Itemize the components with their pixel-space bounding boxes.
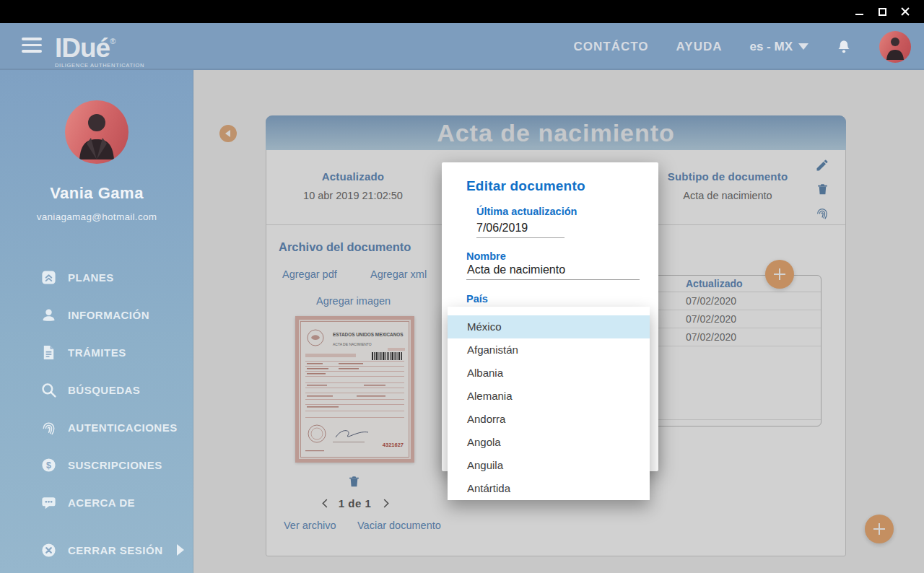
country-label: País: [466, 293, 488, 305]
sidebar-item-planes[interactable]: PLANES: [0, 258, 193, 296]
sidebar-item-label: TRÁMITES: [68, 346, 126, 359]
sidebar: Vania Gama vaniagamag@hotmail.com PLANES…: [0, 70, 193, 573]
country-dropdown: México Afganistán Albania Alemania Andor…: [448, 307, 650, 500]
sidebar-item-suscripciones[interactable]: $ SUSCRIPCIONES: [0, 446, 193, 484]
user-avatar[interactable]: [879, 31, 911, 63]
maximize-button[interactable]: [871, 1, 894, 22]
sidebar-item-autenticaciones[interactable]: AUTENTICACIONES: [0, 408, 193, 446]
language-label: es - MX: [749, 40, 793, 54]
language-selector[interactable]: es - MX: [749, 40, 808, 54]
app-header: IDué® DILIGENCE AUTHENTICATION CONTÁCTO …: [0, 23, 924, 70]
registered-mark: ®: [110, 37, 115, 45]
sidebar-item-busquedas[interactable]: BÚSQUEDAS: [0, 371, 193, 408]
sidebar-item-label: ACERCA DE: [68, 497, 135, 509]
x-circle-icon: [40, 542, 57, 559]
plans-icon: [40, 269, 57, 286]
profile-avatar: [65, 100, 128, 164]
country-option[interactable]: Afganistán: [448, 338, 650, 362]
sidebar-item-label: SUSCRIPCIONES: [68, 459, 162, 471]
profile-email: vaniagamag@hotmail.com: [0, 211, 193, 222]
nav-help[interactable]: AYUDA: [676, 40, 723, 54]
os-titlebar: [0, 0, 924, 23]
country-option[interactable]: Andorra: [448, 408, 650, 431]
input-underline: [476, 237, 565, 238]
country-option[interactable]: Albania: [448, 362, 650, 385]
search-icon: [40, 382, 57, 398]
sidebar-item-label: PLANES: [68, 271, 114, 284]
name-label: Nombre: [466, 250, 506, 262]
sidebar-menu: PLANES INFORMACIÓN TRÁMITES BÚSQUEDAS AU…: [0, 258, 193, 521]
sidebar-item-logout[interactable]: CERRAR SESIÓN: [0, 535, 193, 564]
logo-text: IDué: [55, 33, 110, 63]
chevron-right-icon: [177, 544, 184, 556]
sidebar-item-label: AUTENTICACIONES: [68, 421, 178, 434]
sidebar-item-tramites[interactable]: TRÁMITES: [0, 333, 193, 371]
sidebar-item-label: INFORMACIÓN: [68, 309, 149, 321]
close-button[interactable]: [894, 1, 917, 22]
sidebar-item-informacion[interactable]: INFORMACIÓN: [0, 296, 193, 333]
minimize-button[interactable]: [847, 1, 871, 22]
chevron-down-icon: [798, 43, 808, 50]
app-logo: IDué® DILIGENCE AUTHENTICATION: [55, 27, 144, 69]
input-underline: [466, 279, 640, 280]
country-option[interactable]: Alemania: [448, 385, 650, 408]
close-icon: [900, 6, 910, 17]
nav-contact[interactable]: CONTÁCTO: [574, 40, 649, 54]
profile-name: Vania Gama: [0, 184, 193, 203]
name-input[interactable]: Acta de nacimiento: [467, 263, 565, 276]
document-icon: [40, 344, 57, 361]
modal-title: Editar documento: [466, 178, 585, 194]
logo-tagline: DILIGENCE AUTHENTICATION: [55, 62, 144, 69]
chat-icon: [40, 494, 57, 511]
notifications-bell-icon[interactable]: [836, 38, 852, 56]
minimize-icon: [855, 14, 863, 15]
svg-text:$: $: [46, 460, 51, 470]
last-update-input[interactable]: 7/06/2019: [476, 222, 528, 235]
hamburger-menu-icon[interactable]: [22, 38, 42, 56]
fingerprint-icon: [40, 419, 57, 436]
country-option[interactable]: Angola: [448, 431, 650, 454]
last-update-label: Última actualización: [476, 206, 577, 217]
country-option[interactable]: Anguila: [448, 454, 650, 477]
maximize-icon: [879, 8, 886, 16]
sidebar-item-label: BÚSQUEDAS: [68, 384, 140, 396]
dollar-icon: $: [40, 457, 57, 473]
country-option[interactable]: Antártida: [448, 477, 650, 500]
logout-label: CERRAR SESIÓN: [68, 544, 163, 556]
sidebar-item-acerca-de[interactable]: ACERCA DE: [0, 484, 193, 521]
country-option-selected[interactable]: México: [448, 315, 650, 338]
person-icon: [40, 307, 57, 323]
